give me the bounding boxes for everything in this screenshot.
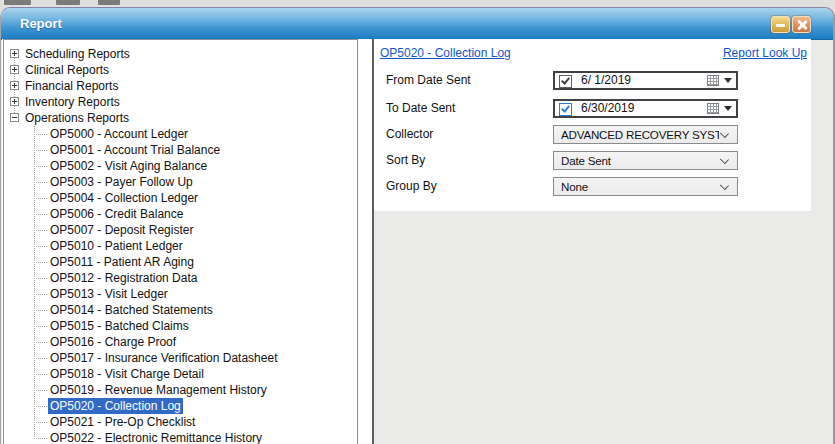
tree-item-label[interactable]: OP5010 - Patient Ledger: [48, 238, 185, 254]
tree-item-label-selected[interactable]: OP5020 - Collection Log: [48, 398, 183, 414]
groupby-label: Group By: [386, 177, 546, 196]
expand-icon[interactable]: [10, 49, 19, 58]
tree-branch-line: [34, 294, 47, 295]
tree-item-label[interactable]: OP5001 - Account Trial Balance: [48, 142, 222, 158]
tree-item-label[interactable]: OP5004 - Collection Ledger: [48, 190, 200, 206]
tree-item-label[interactable]: OP5017 - Insurance Verification Datashee…: [48, 350, 279, 366]
plus-glyph: [14, 99, 15, 104]
tree-item[interactable]: OP5013 - Visit Ledger: [4, 286, 357, 302]
tree-parent-item[interactable]: Scheduling Reports: [4, 46, 357, 62]
tree-item[interactable]: OP5006 - Credit Balance: [4, 206, 357, 222]
expand-icon[interactable]: [10, 81, 19, 90]
calendar-icon[interactable]: [707, 103, 719, 114]
tree-item-label[interactable]: OP5011 - Patient AR Aging: [48, 254, 196, 270]
dropdown-arrow-icon[interactable]: [724, 106, 732, 111]
plus-glyph: [14, 51, 15, 56]
tree-parent-label[interactable]: Clinical Reports: [25, 62, 109, 78]
tree-item-label[interactable]: OP5018 - Visit Charge Detail: [48, 366, 206, 382]
collector-select[interactable]: ADVANCED RECOVERY SYST: [553, 125, 738, 144]
tree-item-label[interactable]: OP5019 - Revenue Management History: [48, 382, 269, 398]
tree-item[interactable]: OP5022 - Electronic Remittance History: [4, 430, 357, 444]
tree-item-label[interactable]: OP5015 - Batched Claims: [48, 318, 191, 334]
minimize-button[interactable]: [771, 16, 790, 33]
title-bar[interactable]: Report: [1, 8, 833, 40]
tree-item[interactable]: OP5011 - Patient AR Aging: [4, 254, 357, 270]
from-date-checkbox[interactable]: [559, 75, 572, 88]
from-date-label: From Date Sent: [386, 71, 546, 90]
groupby-value: None: [561, 179, 588, 195]
tree-parent-item[interactable]: Financial Reports: [4, 78, 357, 94]
to-date-field[interactable]: 6/30/2019: [553, 99, 738, 118]
toolbar-stub: [98, 0, 120, 5]
tree-item[interactable]: OP5020 - Collection Log: [4, 398, 357, 414]
expand-icon[interactable]: [10, 97, 19, 106]
tree-item-label[interactable]: OP5022 - Electronic Remittance History: [48, 430, 264, 444]
tree-item[interactable]: OP5021 - Pre-Op Checklist: [4, 414, 357, 430]
tree-branch-line: [34, 166, 47, 167]
collapse-icon[interactable]: [10, 113, 19, 122]
from-date-field[interactable]: 6/ 1/2019: [553, 71, 738, 90]
tree-item[interactable]: OP5019 - Revenue Management History: [4, 382, 357, 398]
tree-item-label[interactable]: OP5002 - Visit Aging Balance: [48, 158, 209, 174]
tree-item-label[interactable]: OP5012 - Registration Data: [48, 270, 199, 286]
tree-branch-line: [34, 198, 47, 199]
tree-item[interactable]: OP5003 - Payer Follow Up: [4, 174, 357, 190]
to-date-checkbox[interactable]: [559, 103, 572, 116]
tree-branch-line: [34, 326, 47, 327]
toolbar-stub: [56, 0, 80, 5]
expand-icon[interactable]: [10, 65, 19, 74]
tree-parent-item[interactable]: Inventory Reports: [4, 94, 357, 110]
tree-parent-label[interactable]: Operations Reports: [25, 110, 129, 126]
tree-item[interactable]: OP5012 - Registration Data: [4, 270, 357, 286]
tree-item-label[interactable]: OP5016 - Charge Proof: [48, 334, 178, 350]
tree-item-label[interactable]: OP5013 - Visit Ledger: [48, 286, 170, 302]
from-date-value[interactable]: 6/ 1/2019: [581, 73, 631, 88]
tree-branch-line: [34, 278, 47, 279]
to-date-label: To Date Sent: [386, 99, 546, 118]
tree-parent-item[interactable]: Clinical Reports: [4, 62, 357, 78]
tree-parent-label[interactable]: Financial Reports: [25, 78, 118, 94]
tree-branch-line: [34, 310, 47, 311]
tree-item[interactable]: OP5002 - Visit Aging Balance: [4, 158, 357, 174]
tree-branch-line: [34, 214, 47, 215]
tree-item[interactable]: OP5015 - Batched Claims: [4, 318, 357, 334]
tree-parent-label[interactable]: Inventory Reports: [25, 94, 120, 110]
report-tree[interactable]: Scheduling ReportsClinical ReportsFinanc…: [3, 39, 358, 444]
dropdown-arrow-icon[interactable]: [724, 78, 732, 83]
tree-item[interactable]: OP5000 - Account Ledger: [4, 126, 357, 142]
tree-branch-line: [34, 422, 47, 423]
tree-item[interactable]: OP5001 - Account Trial Balance: [4, 142, 357, 158]
tree-branch-line: [34, 374, 47, 375]
groupby-select[interactable]: None: [553, 177, 738, 196]
tree-item[interactable]: OP5004 - Collection Ledger: [4, 190, 357, 206]
tree-item-label[interactable]: OP5014 - Batched Statements: [48, 302, 215, 318]
minus-glyph: [12, 117, 17, 118]
to-date-value[interactable]: 6/30/2019: [581, 101, 634, 116]
tree-item[interactable]: OP5016 - Charge Proof: [4, 334, 357, 350]
tree-item[interactable]: OP5010 - Patient Ledger: [4, 238, 357, 254]
tree-item[interactable]: OP5017 - Insurance Verification Datashee…: [4, 350, 357, 366]
tree-item-label[interactable]: OP5000 - Account Ledger: [48, 126, 190, 142]
collector-value: ADVANCED RECOVERY SYST: [561, 127, 719, 143]
calendar-icon[interactable]: [707, 75, 719, 86]
tree-item-label[interactable]: OP5006 - Credit Balance: [48, 206, 185, 222]
tree-branch-line: [34, 358, 47, 359]
close-button[interactable]: [792, 16, 811, 33]
tree-branch-line: [34, 406, 47, 407]
tree-branch-line: [34, 182, 47, 183]
tree-item-label[interactable]: OP5007 - Deposit Register: [48, 222, 195, 238]
tree-branch-line: [34, 342, 47, 343]
tree-parent-label[interactable]: Scheduling Reports: [25, 46, 130, 62]
tree-item[interactable]: OP5007 - Deposit Register: [4, 222, 357, 238]
tree-branch-line: [34, 438, 47, 439]
tree-item-label[interactable]: OP5021 - Pre-Op Checklist: [48, 414, 197, 430]
tree-branch-line: [34, 246, 47, 247]
tree-branch-line: [34, 230, 47, 231]
report-title-link[interactable]: OP5020 - Collection Log: [380, 46, 511, 60]
report-lookup-link[interactable]: Report Look Up: [723, 46, 807, 60]
tree-item[interactable]: OP5018 - Visit Charge Detail: [4, 366, 357, 382]
tree-parent-item[interactable]: Operations Reports: [4, 110, 357, 126]
tree-item-label[interactable]: OP5003 - Payer Follow Up: [48, 174, 195, 190]
sortby-select[interactable]: Date Sent: [553, 151, 738, 170]
tree-item[interactable]: OP5014 - Batched Statements: [4, 302, 357, 318]
